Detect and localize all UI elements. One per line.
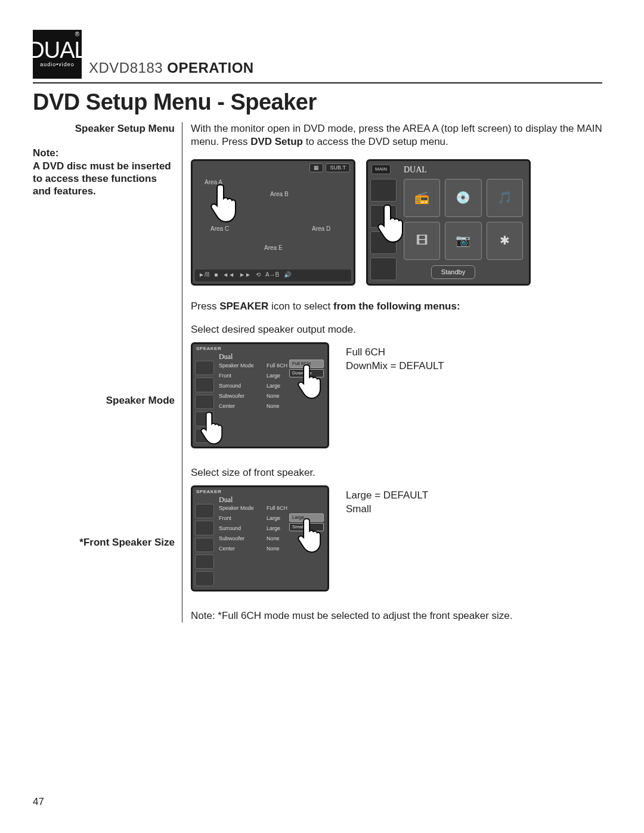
screenshot-front-size: SPEAKER Dual Speaker ModeFull 6CH FrontL…: [191, 485, 329, 592]
screenshot-area-a: ▦ SUB.T Area A Area B Area C Area D Area…: [191, 159, 355, 286]
intro-bold: DVD Setup: [250, 136, 303, 147]
speaker-title: SPEAKER: [196, 489, 221, 495]
speaker-title: SPEAKER: [196, 346, 221, 352]
speaker-mode-desc: Select desired speaker output mode.: [191, 323, 602, 336]
operation-label: OPERATION: [163, 60, 254, 76]
pointer-hand-icon: [297, 363, 324, 401]
row-value: None: [267, 546, 294, 553]
press-mid: icon to select: [268, 301, 333, 312]
front-value-1: Large = DEFAULT: [346, 489, 428, 503]
row-label: Surround: [219, 383, 261, 390]
ab-repeat-icon: A→B: [265, 271, 279, 279]
area-b-label: Area B: [270, 191, 289, 199]
press-bold1: SPEAKER: [219, 301, 268, 312]
sub-t-pill: SUB.T: [326, 163, 350, 173]
row-label: Subwoofer: [219, 393, 261, 400]
pointer-hand-icon: [376, 203, 406, 244]
row-label: Subwoofer: [219, 535, 261, 543]
row-label: Speaker Mode: [219, 363, 261, 370]
header: ® DUAL audio•video XDVD8183 OPERATION: [33, 30, 602, 79]
video-icon: 🎞: [404, 222, 440, 260]
area-c-label: Area C: [210, 225, 229, 233]
play-pause-icon: ►/II: [199, 271, 209, 279]
stop-icon: ■: [214, 271, 218, 279]
press-part1: Press: [191, 301, 219, 312]
row-value: None: [267, 393, 294, 400]
intro-text: With the monitor open in DVD mode, press…: [191, 122, 602, 148]
forward-icon: ►►: [239, 271, 251, 279]
front-value-2: Small: [346, 503, 428, 516]
pointer-hand-icon: [209, 182, 239, 224]
registered-icon: ®: [75, 31, 79, 38]
brand-sub: audio•video: [40, 61, 75, 67]
radio-icon: 📻: [404, 179, 440, 217]
row-label: Front: [219, 515, 261, 522]
disc-icon: 💿: [445, 179, 481, 217]
front-size-label: *Front Speaker Size: [33, 536, 175, 549]
pointer-hand-icon: [297, 516, 324, 554]
ipod-icon: 🎵: [487, 179, 523, 217]
row-label: Center: [219, 403, 261, 410]
header-title: XDVD8183 OPERATION: [89, 60, 254, 76]
area-e-label: Area E: [264, 244, 283, 252]
row-label: Center: [219, 546, 261, 553]
row-label: Speaker Mode: [219, 505, 261, 512]
standby-button: Standby: [431, 265, 475, 278]
mode-value-1: Full 6CH: [346, 346, 444, 360]
brand-name: DUAL: [28, 40, 86, 60]
main-tag: MAIN: [371, 165, 391, 174]
intro-part2: to access the DVD setup menu.: [303, 136, 448, 147]
screenshot-main-menu: MAIN DUAL MAIN 📻 💿 🎵 🎞 📷 ✱ Standby: [366, 159, 531, 286]
rewind-icon: ◄◄: [222, 271, 234, 279]
screenshot-speaker-mode: SPEAKER Dual Speaker ModeFull 6CH FrontL…: [191, 342, 329, 448]
brand-logo: ® DUAL audio•video: [33, 30, 82, 79]
volume-icon: 🔊: [284, 271, 291, 279]
page-title: DVD Setup Menu - Speaker: [33, 89, 602, 115]
menu-brand: DUAL: [404, 165, 427, 175]
press-line: Press SPEAKER icon to select from the fo…: [191, 300, 602, 313]
rule: [33, 82, 602, 83]
note-text: A DVD disc must be inserted to access th…: [33, 160, 175, 198]
camera-icon: 📷: [445, 222, 481, 260]
row-value: Large: [267, 383, 294, 390]
bluetooth-icon: ✱: [487, 222, 523, 260]
row-label: Front: [219, 373, 261, 380]
right-column: With the monitor open in DVD mode, press…: [182, 122, 602, 623]
model-number: XDVD8183: [89, 60, 163, 76]
speaker-mode-label: Speaker Mode: [33, 394, 175, 407]
front-size-desc: Select size of front speaker.: [191, 466, 602, 479]
footnote: Note: *Full 6CH mode must be selected to…: [191, 609, 602, 623]
boxes-icon: ▦: [309, 163, 323, 173]
row-value: None: [267, 403, 294, 410]
repeat-icon: ⟲: [256, 271, 261, 279]
row-value: None: [267, 535, 294, 543]
mode-value-2: DownMix = DEFAULT: [346, 360, 444, 373]
row-label: Surround: [219, 525, 261, 532]
page-number: 47: [33, 796, 44, 808]
row-value: Full 6CH: [267, 505, 294, 512]
pointer-hand-icon: [200, 410, 225, 446]
left-column: Speaker Setup Menu Note: A DVD disc must…: [33, 122, 182, 623]
area-d-label: Area D: [312, 225, 330, 233]
playback-controls: ►/II ■ ◄◄ ►► ⟲ A→B 🔊: [195, 270, 351, 281]
press-bold2: from the following menus:: [333, 301, 460, 312]
speaker-setup-label: Speaker Setup Menu: [33, 122, 175, 135]
note-label: Note:: [33, 147, 175, 159]
